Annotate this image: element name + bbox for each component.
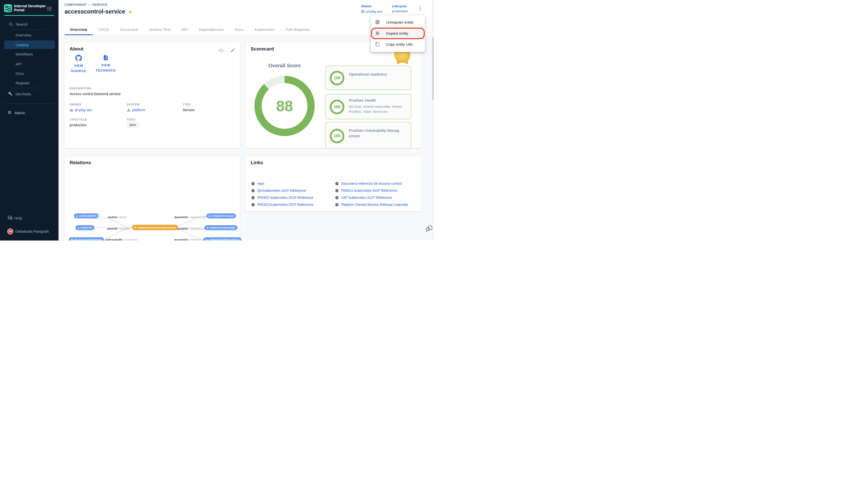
sidebar-item-docs[interactable]: Docs [16, 71, 24, 75]
sidebar-item-devtools[interactable]: DevTools [16, 92, 31, 96]
link-doc-reference[interactable]: Document reference for Access-control [335, 182, 408, 186]
badge-title: ProdSec-Vulnerability Management [349, 128, 401, 138]
app-title: Internal Developer Portal [14, 4, 46, 12]
links-heading: Links [251, 160, 263, 165]
about-card: About VIEW SOURCE VIEW TECHDOCS DESCRIPT… [65, 43, 240, 148]
sidebar-item-admin[interactable]: Admin [14, 111, 25, 115]
page-title: accesscontrol-service [65, 8, 125, 15]
link-release-calendar[interactable]: Platform Owned Service Release Calendar [335, 202, 408, 206]
link-prod1-kubernetes[interactable]: PROD1 kubernetes GCP Reference [335, 189, 408, 193]
circle-x-icon [375, 20, 380, 25]
refresh-icon[interactable] [218, 48, 224, 53]
edge-label-dependson: dependsOn/ dependencyOf [174, 227, 207, 230]
tab-api[interactable]: API [176, 24, 193, 35]
tab-docs[interactable]: Docs [229, 24, 249, 35]
globe-icon [251, 196, 255, 200]
tab-scorecard[interactable]: Scorecard [115, 24, 144, 35]
link-qa-kubernetes[interactable]: QA kubernetes GCP Reference [251, 189, 313, 193]
relations-node-pl-play-acc[interactable]: pl-play-acc [75, 225, 94, 230]
apps-grid-icon[interactable] [47, 6, 52, 12]
tab-overview[interactable]: Overview [65, 24, 93, 35]
copy-icon [375, 42, 380, 47]
system-field-link[interactable]: platform [127, 108, 145, 112]
owner-field-label: OWNER [69, 103, 82, 106]
search-icon [9, 22, 13, 27]
description-value: Access control backend service [69, 92, 121, 96]
badge-description: Q4 Goal, mission impossible. Owner: Prod… [349, 104, 408, 114]
tags-field-label: TAGS [127, 118, 135, 121]
type-field-label: TYPE [183, 103, 191, 106]
owner-link[interactable]: pl-play-acc [366, 9, 382, 13]
relations-node-system-platform[interactable]: system:platform [74, 214, 99, 218]
sidebar-divider [4, 104, 55, 104]
menu-item-inspect-entity[interactable]: Inspect entity [371, 28, 425, 39]
badge-title: ProdSec Health [349, 98, 376, 103]
globe-icon [335, 203, 339, 206]
globe-icon [251, 182, 255, 186]
relations-node-component-manager[interactable]: component:manager [207, 214, 236, 218]
globe-icon [335, 189, 339, 193]
menu-item-unregister-entity[interactable]: Unregister entity [371, 17, 425, 28]
app-logo[interactable] [4, 4, 12, 12]
tab-dependencies[interactable]: Dependencies [193, 24, 229, 35]
relations-node-component-accesscontrol-service[interactable]: component:accesscontrol-service [132, 225, 178, 230]
lifecycle-field-label: LIFECYCLE [69, 118, 87, 121]
sidebar-item-catalog[interactable] [4, 40, 55, 49]
sidebar-item-help[interactable]: Help [14, 216, 22, 220]
scorecard-badge[interactable]: 100 Operational readiness [326, 66, 411, 90]
favorite-star-icon[interactable]: ★ [128, 9, 133, 14]
scorecard-badge[interactable]: 100 ProdSec Health Q4 Goal, mission impo… [326, 94, 411, 119]
entity-context-menu: Unregister entity Inspect entity Copy en… [371, 15, 425, 52]
scrollbar[interactable] [432, 0, 434, 241]
system-icon [76, 215, 78, 217]
badge-score: 100 [330, 129, 344, 143]
edge-label-dependson: dependsOn/ dependencyOf [174, 238, 207, 241]
sidebar-accent-rule [4, 15, 54, 16]
view-techdocs-link[interactable]: VIEW TECHDOCS [92, 55, 120, 73]
link-uat-kubernetes[interactable]: UAT kubernetes GCP Reference [335, 196, 408, 200]
tab-cicd[interactable]: CI/CD [93, 24, 115, 35]
type-field-value: Service [183, 108, 195, 112]
link-prod3-kubernetes[interactable]: PROD3 kubernetes GCP Reference [251, 202, 313, 206]
search-input[interactable]: Search [16, 22, 28, 26]
overall-score-label: Overall Score [259, 63, 310, 68]
sidebar-item-api[interactable]: API [16, 62, 22, 66]
lifecycle-field-value: production [69, 123, 87, 127]
kebab-menu-button[interactable] [418, 6, 423, 13]
relations-heading: Relations [69, 160, 91, 165]
sidebar-item-catalog-label[interactable]: Catalog [16, 43, 29, 47]
chat-support-icon[interactable] [425, 224, 434, 234]
sidebar-item-register[interactable]: Register [16, 81, 30, 85]
github-icon [75, 55, 82, 61]
tab-bar: Overview CI/CD Scorecard Jenkins Test AP… [65, 24, 316, 35]
link-repo[interactable]: repo [251, 182, 313, 186]
scorecard-badge[interactable]: 100 ProdSec-Vulnerability Management [326, 122, 411, 148]
menu-item-copy-entity-url[interactable]: Copy entity URL [371, 39, 425, 50]
relations-node-component-ng-manager[interactable]: component:ng-manager [205, 225, 238, 230]
sidebar-item-workflows[interactable]: Workflows [16, 52, 33, 56]
tab-kubernetes[interactable]: Kubernetes [249, 24, 280, 35]
tag-chip[interactable]: java [127, 122, 138, 128]
breadcrumb: COMPONENT — SERVICE [65, 3, 107, 6]
relations-graph-edges [65, 206, 240, 241]
svg-text:?: ? [9, 216, 10, 218]
scrollbar-thumb[interactable] [432, 37, 434, 100]
extension-icon [71, 239, 73, 241]
system-icon [127, 108, 131, 112]
user-name[interactable]: Debabrata Panigrahi [15, 229, 49, 233]
sidebar-item-overview[interactable]: Overview [16, 33, 31, 37]
component-icon [209, 215, 211, 217]
view-source-link[interactable]: VIEW SOURCE [69, 55, 88, 73]
links-card: Links repo QA kubernetes GCP Reference P… [246, 156, 421, 212]
owner-field-link[interactable]: pl-play-acc [69, 108, 92, 112]
tab-pull-requests[interactable]: Pull Requests [280, 24, 316, 35]
scorecard-heading: Scorecard [251, 46, 274, 52]
link-prod2-kubernetes[interactable]: PROD2 kubernetes GCP Reference [251, 196, 313, 200]
edit-pencil-icon[interactable] [230, 48, 236, 53]
relations-node-component-platform-service[interactable]: component:platform-service [204, 237, 241, 241]
avatar[interactable]: DP [7, 228, 13, 234]
tab-jenkins-test[interactable]: Jenkins Test [144, 24, 176, 35]
gear-icon: ⚙ [7, 110, 11, 115]
group-icon [78, 227, 80, 229]
relations-node-api-accesscontrol-service[interactable]: api:accesscontrol-service [69, 237, 104, 241]
